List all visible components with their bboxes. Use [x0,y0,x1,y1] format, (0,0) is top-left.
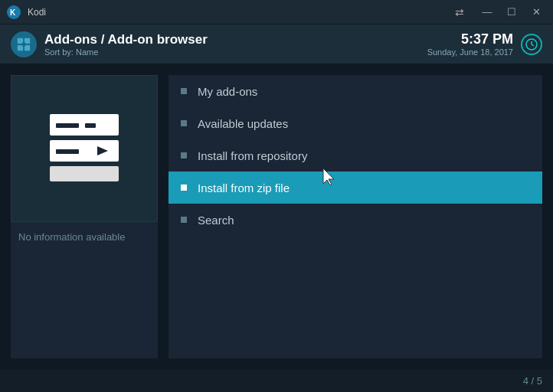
addon-image-box [11,75,158,222]
addon-browser-icon [11,31,37,57]
menu-label-search: Search [198,214,234,227]
app-header-subtitle: Sort by: Name [44,47,208,57]
date-display: Sunday, June 18, 2017 [427,47,513,57]
svg-rect-3 [25,38,30,43]
app-header-right: 5:37 PM Sunday, June 18, 2017 [427,31,542,57]
maximize-button[interactable]: ☐ [501,5,522,20]
title-bar-title: Kodi [28,7,46,18]
page-indicator: 4 / 5 [523,375,542,387]
title-bar-left: K Kodi [6,5,46,20]
clock-svg [525,38,538,51]
menu-label-install-from-zip: Install from zip file [198,181,290,194]
menu-item-search[interactable]: Search [169,204,542,236]
addon-info-text: No information available [18,231,125,243]
svg-rect-11 [56,123,79,128]
menu-label-available-updates: Available updates [198,117,288,130]
svg-rect-4 [18,44,23,50]
menu-label-install-from-repository: Install from repository [198,149,307,162]
transfer-icon: ⇄ [455,6,464,18]
menu-item-install-from-repository[interactable]: Install from repository [169,139,542,172]
addon-icon-svg [16,37,31,52]
bullet-available-updates [181,120,187,126]
archive-icon-wrap [42,106,126,191]
app-header: Add-ons / Add-on browser Sort by: Name 5… [0,24,553,64]
svg-rect-2 [18,38,23,43]
svg-point-6 [21,42,25,46]
app-header-left: Add-ons / Add-on browser Sort by: Name [11,31,208,57]
close-button[interactable]: ✕ [525,5,547,20]
bullet-install-from-repository [181,152,187,158]
minimize-button[interactable]: — [476,5,498,20]
svg-rect-5 [25,44,30,50]
svg-rect-16 [50,166,119,181]
svg-rect-14 [56,149,79,154]
menu-item-install-from-zip[interactable]: Install from zip file [169,172,542,204]
time-display: 5:37 PM [427,31,513,47]
svg-rect-12 [85,123,96,128]
svg-line-9 [532,44,534,46]
kodi-logo-icon: K [6,5,21,20]
title-bar-controls: ⇄ — ☐ ✕ [455,5,547,20]
menu-label-my-addons: My add-ons [198,85,257,98]
bullet-my-addons [181,88,187,94]
svg-text:K: K [10,8,16,17]
clock-icon [521,34,542,55]
left-panel: No information available [11,75,158,358]
menu-item-available-updates[interactable]: Available updates [169,107,542,139]
app-header-text: Add-ons / Add-on browser Sort by: Name [44,32,208,57]
time-info: 5:37 PM Sunday, June 18, 2017 [427,31,513,57]
status-bar: 4 / 5 [0,369,553,392]
main-content: No information available My add-ons Avai… [0,64,553,369]
bullet-install-from-zip [181,185,187,191]
addon-info-box: No information available [11,222,158,358]
title-bar: K Kodi ⇄ — ☐ ✕ [0,0,553,24]
app-header-title: Add-ons / Add-on browser [44,32,208,47]
archive-icon-svg [42,106,126,191]
bullet-search [181,217,187,223]
menu-panel: My add-ons Available updates Install fro… [169,75,542,358]
menu-item-my-addons[interactable]: My add-ons [169,75,542,107]
